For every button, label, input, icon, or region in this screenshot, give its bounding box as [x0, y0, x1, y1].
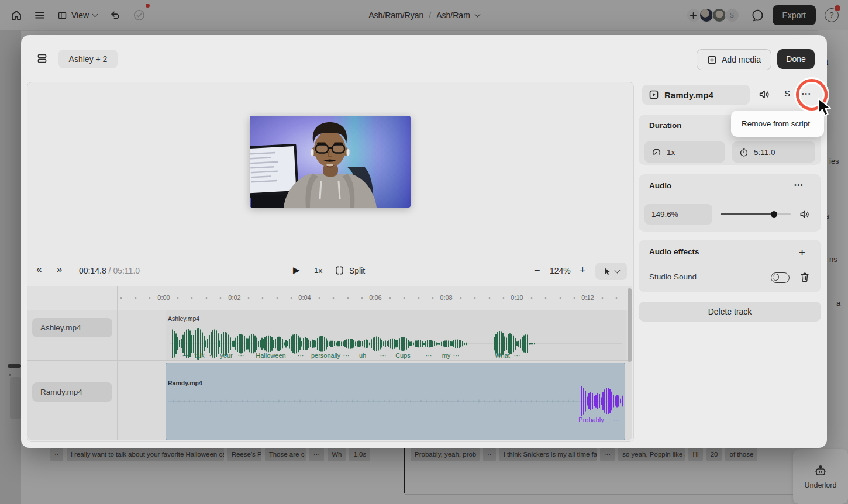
studio-sound-toggle[interactable]: [771, 272, 790, 283]
menu-item-remove-from-script[interactable]: Remove from script: [731, 119, 810, 128]
speed-value: 1x: [667, 148, 675, 157]
audio-effects-card: Audio effects: [639, 240, 821, 292]
ruler-tick-dot: [276, 297, 278, 299]
current-time: 00:14.8: [79, 266, 106, 275]
mouse-cursor: [817, 98, 832, 118]
transcript-word[interactable]: your: [220, 352, 232, 359]
solo-button[interactable]: S: [784, 88, 790, 98]
length-field[interactable]: 5:11.0: [732, 141, 815, 163]
skip-back-icon: «: [36, 264, 42, 275]
track-header-ashley[interactable]: Ashley.mp4: [32, 318, 112, 337]
ruler-tick-label: 0:10: [511, 294, 523, 301]
delete-effect-button[interactable]: [799, 271, 810, 283]
transcript-word[interactable]: my: [442, 352, 451, 359]
play-icon: ▶: [293, 265, 300, 275]
transcript-word[interactable]: ···: [343, 352, 350, 359]
trash-icon: [799, 271, 810, 283]
transcript-word[interactable]: personally: [311, 352, 340, 359]
speed-field[interactable]: 1x: [644, 141, 725, 163]
ruler-tick-label: 0:12: [581, 294, 594, 301]
ruler-tick-dot: [149, 297, 150, 299]
volume-slider-knob[interactable]: [771, 211, 777, 218]
skip-back-button[interactable]: «: [36, 264, 42, 275]
ruler-tick-label: 0:04: [298, 294, 311, 301]
done-button[interactable]: Done: [777, 49, 815, 69]
duration-heading: Duration: [649, 121, 682, 130]
ruler-tick-dot: [404, 297, 405, 299]
split-icon: [334, 265, 345, 276]
audio-speaker-icon[interactable]: [799, 209, 810, 220]
video-preview: [250, 116, 411, 208]
transcript-word[interactable]: talk: [194, 352, 204, 359]
zoom-out-button[interactable]: −: [534, 264, 540, 277]
transcript-word[interactable]: ···: [453, 352, 460, 359]
ruler-tick-dot: [347, 297, 349, 299]
transcript-word[interactable]: What: [495, 352, 510, 359]
transcript-word[interactable]: ···: [514, 352, 520, 359]
transcript-word[interactable]: Halloween: [256, 352, 285, 359]
ruler-tick-label: 0:06: [369, 294, 381, 301]
transcript-word[interactable]: ···: [298, 352, 304, 359]
ruler-tick-dot: [531, 297, 533, 299]
inspector-clip-selector[interactable]: Ramdy.mp4: [642, 85, 750, 105]
split-button[interactable]: Split: [334, 265, 365, 276]
volume-field[interactable]: 149.6%: [644, 204, 712, 225]
audio-heading: Audio: [649, 181, 671, 190]
modal-content: Ashley + 2 Add media Done: [0, 0, 848, 504]
track-header-divider: [117, 286, 118, 440]
ruler-tick-dot: [219, 297, 221, 299]
transcript-word[interactable]: ···: [238, 352, 244, 359]
volume-slider[interactable]: [721, 213, 791, 215]
mute-button[interactable]: [758, 88, 770, 101]
add-media-label: Add media: [722, 55, 761, 64]
transcript-word[interactable]: ···: [380, 352, 387, 359]
add-media-icon: [707, 55, 717, 65]
track-header-ramdy[interactable]: Ramdy.mp4: [32, 382, 112, 402]
speed-gauge-icon: [651, 147, 661, 157]
scene-selector[interactable]: Ashley + 2: [58, 50, 118, 68]
transcript-word[interactable]: ···: [182, 352, 189, 359]
transcript-word[interactable]: ···: [209, 352, 216, 359]
ruler-tick-dot: [248, 297, 250, 299]
timeline-scrollbar[interactable]: [628, 288, 632, 362]
collapse-panel-icon[interactable]: [36, 53, 48, 64]
total-time: 05:11.0: [113, 266, 140, 275]
clip-context-menu: Remove from script: [731, 111, 824, 137]
skip-forward-button[interactable]: »: [57, 264, 62, 275]
ruler-tick-dot: [262, 297, 264, 299]
transcript-word[interactable]: ···: [613, 416, 620, 423]
scene-label: Ashley + 2: [69, 54, 108, 64]
add-effect-button[interactable]: +: [799, 246, 805, 259]
ruler-tick-dot: [319, 297, 320, 299]
pointer-icon: [604, 267, 612, 276]
ruler-tick-dot: [545, 297, 547, 299]
video-editor-app: View Ash/Ram/Ryan / Ash/Ram S: [0, 0, 848, 504]
ruler-tick-label: 0:02: [228, 294, 240, 301]
play-button[interactable]: ▶: [293, 265, 300, 275]
transcript-word[interactable]: Probably: [578, 416, 604, 423]
delete-track-button[interactable]: Delete track: [639, 302, 821, 322]
minus-icon: −: [534, 264, 540, 277]
timeline-ruler-strip: [27, 286, 632, 310]
add-media-button[interactable]: Add media: [697, 49, 771, 70]
audio-more-button[interactable]: •••: [794, 181, 804, 188]
pointer-tool-button[interactable]: [595, 263, 627, 280]
zoom-in-button[interactable]: +: [580, 264, 586, 277]
transcript-word[interactable]: uh: [359, 352, 366, 359]
chevron-down-icon: [614, 268, 620, 274]
ruler-tick-dot: [488, 297, 490, 299]
track-divider: [27, 310, 632, 310]
plus-icon: +: [580, 264, 586, 277]
ruler-tick-dot: [177, 297, 179, 299]
transcript-word[interactable]: I: [174, 352, 175, 359]
ruler-tick-label: 0:08: [440, 294, 452, 301]
ruler-tick-dot: [432, 297, 433, 299]
ruler-tick-dot: [205, 297, 207, 299]
zoom-level[interactable]: 124%: [550, 266, 571, 275]
transcript-word[interactable]: Cups: [395, 352, 411, 359]
inspector-title: Ramdy.mp4: [664, 90, 713, 100]
audio-effects-heading: Audio effects: [649, 247, 699, 256]
transcript-word[interactable]: ···: [426, 352, 432, 359]
timecode: 00:14.8 / 05:11.0: [79, 266, 140, 275]
playback-speed-button[interactable]: 1x: [314, 266, 322, 275]
